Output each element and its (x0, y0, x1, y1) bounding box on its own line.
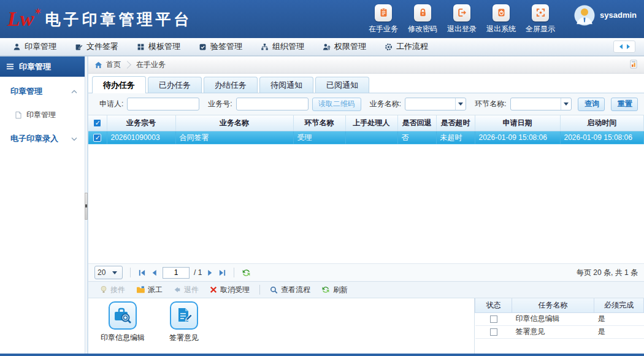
breadcrumb-home[interactable]: 首页 (94, 60, 121, 70)
cell-overtime: 未超时 (436, 131, 475, 144)
sidebar-group-label: 印章管理 (10, 86, 42, 97)
search-button[interactable]: 查询 (578, 98, 605, 111)
action-toolbar: 接件 派工 退件 取消受理 查看流程 (88, 282, 644, 298)
cell-start-time: 2026-01-09 15:08:06 (560, 131, 644, 144)
top-actions: 在手业务 修改密码 退出登录 退出系统 (369, 4, 637, 34)
splitter-handle[interactable] (85, 193, 88, 220)
main-content: 首页 在手业务 待办任务 已办任务 办结任务 待阅通知 已阅通知 (88, 56, 644, 354)
fullscreen-icon (532, 4, 549, 21)
page-number-input[interactable] (163, 267, 190, 279)
cancel-accept-button[interactable]: 取消受理 (204, 285, 255, 295)
read-qrcode-button[interactable]: 读取二维码 (312, 98, 361, 111)
col-case-no[interactable]: 业务宗号 (107, 115, 175, 131)
scroll-left-icon (619, 44, 623, 49)
power-icon (493, 4, 510, 21)
menu-permission-management[interactable]: 权限管理 (313, 38, 375, 55)
col-returned[interactable]: 是否回退 (397, 115, 436, 131)
sidebar-splitter[interactable] (85, 56, 88, 354)
select-all-checkbox[interactable] (93, 119, 101, 127)
action-logout[interactable]: 退出登录 (447, 4, 477, 34)
reset-button[interactable]: 重置 (611, 98, 638, 111)
tab-closed-tasks[interactable]: 办结任务 (204, 77, 258, 93)
tab-pending-tasks[interactable]: 待办任务 (92, 76, 146, 93)
refresh-button[interactable]: 刷新 (316, 285, 353, 295)
menu-seal-management[interactable]: 印章管理 (4, 38, 66, 55)
menu-workflow[interactable]: 工作流程 (375, 38, 437, 55)
next-page-button[interactable] (206, 269, 214, 277)
table-row[interactable]: 202601090003 合同签署 受理 否 未超时 2026-01-09 15… (88, 131, 644, 144)
col-start-time[interactable]: 启动时间 (560, 115, 644, 131)
tab-unread-notices[interactable]: 待阅通知 (259, 77, 313, 93)
seal-edit-icon (109, 301, 137, 330)
shortcut-seal-info-edit[interactable]: 印章信息编辑 (101, 301, 145, 354)
panel-refresh-icon[interactable] (629, 60, 638, 71)
task-required: 是 (594, 312, 644, 325)
business-no-input[interactable] (236, 98, 309, 110)
task-shortcuts: 印章信息编辑 签署意见 (88, 298, 474, 354)
menubar-scroll-arrows[interactable] (613, 41, 635, 53)
breadcrumb-label: 首页 (106, 60, 121, 70)
tab-label: 待办任务 (103, 80, 135, 91)
first-page-button[interactable] (138, 269, 146, 277)
breadcrumb-current[interactable]: 在手业务 (136, 60, 166, 70)
shortcut-label: 印章信息编辑 (101, 333, 145, 343)
task-checkbox[interactable] (490, 315, 497, 323)
applicant-input[interactable] (127, 98, 199, 110)
action-change-password[interactable]: 修改密码 (408, 4, 437, 34)
col-business-name[interactable]: 业务名称 (175, 115, 293, 131)
grid-header-row: 业务宗号 业务名称 环节名称 上手处理人 是否回退 是否超时 申请日期 启动时间 (88, 115, 644, 131)
dropdown-caret-icon (561, 98, 571, 110)
divider (130, 268, 131, 277)
list-icon (6, 63, 14, 71)
menu-label: 组织管理 (272, 41, 304, 52)
last-page-button[interactable] (218, 269, 226, 277)
action-exit-system[interactable]: 退出系统 (486, 4, 516, 34)
sidebar-group-seal-management[interactable]: 印章管理 (0, 77, 85, 106)
view-flow-button[interactable]: 查看流程 (264, 285, 316, 295)
col-handler[interactable]: 上手处理人 (345, 115, 397, 131)
col-apply-date[interactable]: 申请日期 (475, 115, 560, 131)
action-label: 修改密码 (408, 24, 437, 34)
table-row: 签署意见 是 (475, 325, 644, 338)
task-name: 印章信息编辑 (512, 312, 594, 325)
action-fullscreen[interactable]: 全屏显示 (526, 4, 555, 34)
menu-verification-management[interactable]: 验签管理 (190, 38, 251, 55)
col-required: 必须完成 (594, 298, 644, 312)
grid-refresh-icon[interactable] (242, 268, 251, 277)
task-checkbox[interactable] (490, 328, 497, 336)
tool-label: 派工 (148, 285, 163, 295)
col-overtime[interactable]: 是否超时 (436, 115, 475, 131)
cell-apply-date: 2026-01-09 15:08:06 (475, 131, 560, 144)
filter-bar: 申请人: 业务号: 读取二维码 业务名称: 环节名称: 查询 重置 (88, 93, 644, 115)
tool-label: 退件 (184, 285, 199, 295)
business-name-label: 业务名称: (370, 99, 401, 109)
business-no-label: 业务号: (208, 99, 232, 109)
user-info[interactable]: sysadmin (573, 4, 637, 26)
shortcut-sign-opinion[interactable]: 签署意见 (169, 301, 199, 354)
action-in-hand-business[interactable]: 在手业务 (369, 4, 398, 34)
tab-label: 办结任务 (215, 80, 247, 91)
workflow-icon (385, 43, 393, 51)
menu-template-management[interactable]: 模板管理 (128, 38, 190, 55)
menu-file-signing[interactable]: 文件签署 (66, 38, 128, 55)
prev-page-button[interactable] (150, 269, 158, 277)
page-size-select[interactable]: 20 (94, 266, 123, 279)
business-name-select[interactable] (405, 98, 466, 110)
sidebar-group-eseal-entry[interactable]: 电子印章录入 (0, 124, 85, 153)
row-checkbox[interactable] (93, 134, 101, 142)
menu-label: 文件签署 (86, 41, 118, 52)
menu-label: 模板管理 (148, 41, 180, 52)
task-status-table: 状态 任务名称 必须完成 印章信息编辑 是 (475, 298, 644, 339)
task-name: 签署意见 (512, 325, 594, 338)
sign-opinion-icon (170, 301, 198, 330)
breadcrumb-label: 在手业务 (136, 60, 166, 70)
step-name-select[interactable] (510, 98, 572, 110)
tab-done-tasks[interactable]: 已办任务 (148, 77, 202, 93)
tab-read-notices[interactable]: 已阅通知 (315, 77, 369, 93)
action-label: 全屏显示 (526, 24, 555, 34)
sidebar: 印章管理 印章管理 印章管理 电子印章录入 (0, 56, 85, 354)
dispatch-button[interactable]: 派工 (131, 285, 168, 295)
menu-organization-management[interactable]: 组织管理 (251, 38, 313, 55)
sidebar-item-seal-management[interactable]: 印章管理 (0, 106, 85, 124)
col-step-name[interactable]: 环节名称 (293, 115, 345, 131)
